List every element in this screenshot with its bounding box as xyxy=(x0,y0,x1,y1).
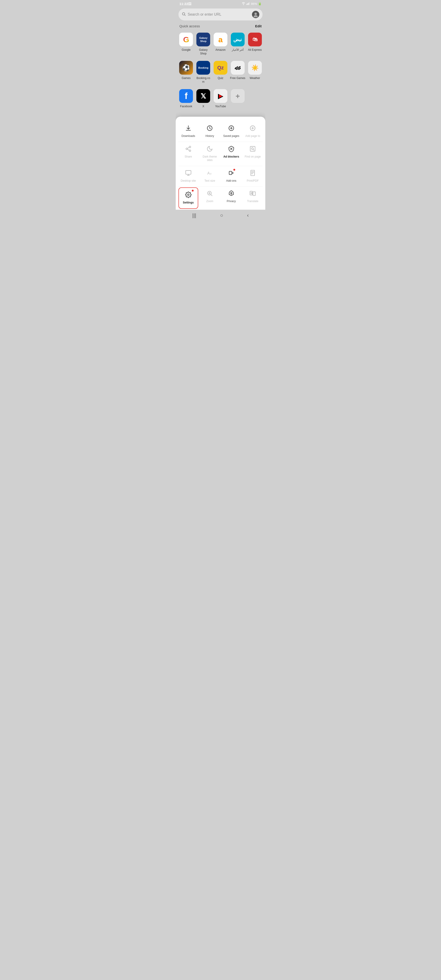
find-on-page-menu-item[interactable]: Find on page xyxy=(242,142,264,166)
text-size-menu-item[interactable]: A T Text size xyxy=(199,166,221,186)
galaxy-shop-icon-bg: GalaxyShop xyxy=(196,33,210,46)
add-page-to-menu-item[interactable]: Add page to xyxy=(242,121,264,142)
translate-menu-item[interactable]: Translate xyxy=(242,186,264,210)
youtube-label: YouTube xyxy=(215,105,226,108)
svg-rect-3 xyxy=(249,2,250,5)
freegames-icon-bg: 🏎 xyxy=(231,61,245,75)
nav-back-icon[interactable]: ‹ xyxy=(247,212,249,218)
icon-grid: G Google GalaxyShop Galaxy Shop a Amazon… xyxy=(176,31,265,112)
shortcut-youtube[interactable]: ▶ ▶ YouTube xyxy=(212,87,229,112)
aliexpress-label: Ali Express xyxy=(248,48,262,52)
shortcut-games[interactable]: ⚽ Games xyxy=(178,59,195,87)
menu-row-4: Settings Zoom Privacy xyxy=(176,186,265,210)
downloads-menu-item[interactable]: Downloads xyxy=(178,121,199,142)
search-bar[interactable]: Search or enter URL xyxy=(178,8,263,21)
freegames-label: Free Games xyxy=(230,76,245,80)
menu-row-3: Desktop site A T Text size Add-ons xyxy=(176,166,265,186)
quick-access-header: Quick access Edit xyxy=(176,23,265,31)
dark-theme-icon xyxy=(207,146,213,154)
desktop-site-icon xyxy=(185,170,191,178)
print-pdf-icon xyxy=(250,170,256,178)
translate-icon xyxy=(250,190,256,198)
zoom-menu-item[interactable]: Zoom xyxy=(199,186,221,210)
status-photo-icon: 🖼 xyxy=(188,2,191,6)
share-icon xyxy=(185,146,191,154)
translate-label: Translate xyxy=(247,200,258,203)
shortcut-x[interactable]: 𝕏 X xyxy=(195,87,212,112)
booking-icon-bg: Booking xyxy=(196,61,210,75)
svg-rect-32 xyxy=(229,171,232,175)
svg-line-20 xyxy=(188,149,189,150)
edit-button[interactable]: Edit xyxy=(255,24,262,28)
shortcut-weather[interactable]: ☀️ Weather xyxy=(246,59,263,87)
find-on-page-label: Find on page xyxy=(245,155,261,159)
dark-theme-menu-item[interactable]: Dark theme sites xyxy=(199,142,221,166)
settings-notif-dot xyxy=(192,190,194,191)
dark-theme-label: Dark theme sites xyxy=(200,155,220,162)
text-size-icon: A T xyxy=(207,170,213,178)
downloads-label: Downloads xyxy=(181,134,195,138)
shortcut-quiz[interactable]: Qz Quiz xyxy=(212,59,229,87)
amazon-label: Amazon xyxy=(215,48,226,52)
svg-point-37 xyxy=(188,194,189,196)
saved-pages-menu-item[interactable]: Saved pages xyxy=(221,121,242,142)
svg-text:T: T xyxy=(210,172,212,175)
shortcut-booking[interactable]: Booking Booking.com xyxy=(195,59,212,87)
find-on-page-icon xyxy=(250,146,256,154)
bottom-nav: ||| ○ ‹ xyxy=(176,210,265,223)
quiz-icon-bg: Qz xyxy=(213,61,228,75)
shortcut-add[interactable]: + xyxy=(229,87,246,112)
settings-menu-item[interactable]: Settings xyxy=(178,188,198,209)
ad-blockers-label: Ad blockers xyxy=(223,155,239,159)
svg-line-21 xyxy=(188,147,189,148)
ad-blockers-menu-item[interactable]: Ad blockers xyxy=(221,142,242,166)
games-label: Games xyxy=(181,76,191,80)
shortcut-amazon[interactable]: a Amazon xyxy=(212,31,229,59)
search-placeholder: Search or enter URL xyxy=(188,13,250,16)
battery-text: 86% xyxy=(251,2,257,5)
weather-label: Weather xyxy=(250,76,260,80)
google-icon-bg: G xyxy=(179,33,193,46)
status-icons: 86% 🔋 xyxy=(241,2,262,6)
add-ons-menu-item[interactable]: Add-ons xyxy=(221,166,242,186)
svg-text:A: A xyxy=(207,171,210,175)
privacy-menu-item[interactable]: Privacy xyxy=(221,186,242,210)
svg-rect-24 xyxy=(250,146,255,151)
shortcut-facebook[interactable]: f Facebook xyxy=(178,87,195,112)
avatar[interactable] xyxy=(252,11,260,18)
svg-line-39 xyxy=(211,194,212,196)
facebook-icon-bg: f xyxy=(179,89,193,103)
svg-line-5 xyxy=(185,15,185,16)
x-icon-bg: 𝕏 xyxy=(196,89,210,103)
svg-rect-2 xyxy=(248,3,249,5)
history-menu-item[interactable]: History xyxy=(199,121,221,142)
menu-row-2: Share Dark theme sites Ad blockers xyxy=(176,142,265,166)
shortcut-google[interactable]: G Google xyxy=(178,31,195,59)
shortcut-galaxy-shop[interactable]: GalaxyShop Galaxy Shop xyxy=(195,31,212,59)
aliexpress-icon-bg: 🛍 xyxy=(248,33,262,46)
print-pdf-menu-item[interactable]: Print/PDF xyxy=(242,166,264,186)
privacy-label: Privacy xyxy=(227,200,236,203)
shortcut-aliexpress[interactable]: 🛍 Ali Express xyxy=(246,31,263,59)
shortcut-freegames[interactable]: 🏎 Free Games xyxy=(229,59,246,87)
search-icon xyxy=(181,12,186,17)
nav-recent-icon[interactable]: ||| xyxy=(192,212,196,218)
x-label: X xyxy=(202,105,204,108)
svg-line-26 xyxy=(253,149,254,150)
nav-home-icon[interactable]: ○ xyxy=(220,212,223,218)
facebook-label: Facebook xyxy=(180,105,192,108)
add-ons-notif-dot xyxy=(233,169,235,171)
share-menu-item[interactable]: Share xyxy=(178,142,199,166)
saved-pages-icon xyxy=(228,125,234,133)
shortcut-nabdh[interactable]: نبض آخر الأخبار xyxy=(229,31,246,59)
status-bar: 11:22 🖼 86% 🔋 xyxy=(176,0,265,7)
add-icon-bg: + xyxy=(231,89,245,103)
desktop-site-label: Desktop site xyxy=(181,179,196,183)
history-label: History xyxy=(205,134,214,138)
weather-icon-bg: ☀️ xyxy=(248,61,262,75)
text-size-label: Text size xyxy=(204,179,215,183)
booking-label: Booking.com xyxy=(197,76,210,84)
desktop-site-menu-item[interactable]: Desktop site xyxy=(178,166,199,186)
svg-point-7 xyxy=(253,15,258,17)
add-ons-icon xyxy=(228,170,234,178)
